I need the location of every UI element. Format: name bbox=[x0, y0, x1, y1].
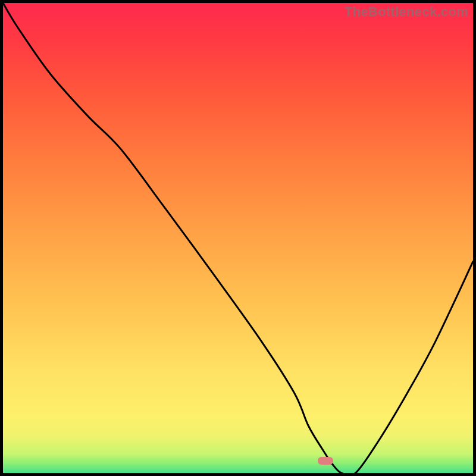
bottleneck-curve bbox=[3, 3, 473, 473]
chart-frame: TheBottleneck.com bbox=[0, 0, 476, 476]
watermark-text: TheBottleneck.com bbox=[345, 4, 468, 20]
curve-layer bbox=[3, 3, 473, 473]
plot-area: TheBottleneck.com bbox=[3, 3, 473, 473]
optimal-marker bbox=[318, 457, 333, 465]
